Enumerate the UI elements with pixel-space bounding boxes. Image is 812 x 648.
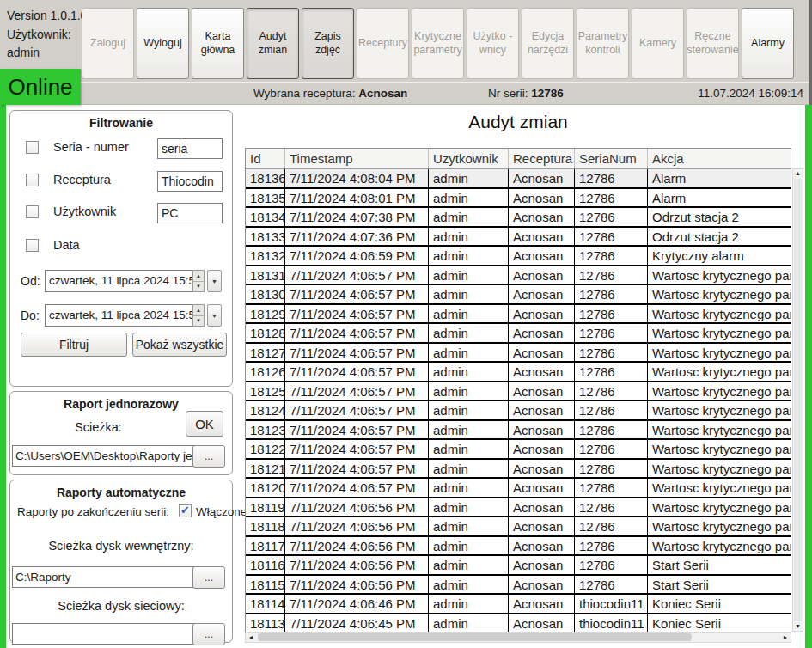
toolbar-button-0[interactable]: Zaloguj (82, 8, 134, 79)
date-from-picker[interactable]: czwartek, 11 lipca 2024 15:58:28 (45, 270, 223, 292)
toolbar-button-4[interactable]: Zapis zdjęć (302, 8, 354, 79)
version-block: Version 1.0.1.0 Użytkownik: admin (7, 7, 87, 63)
toolbar-button-5[interactable]: Receptury (357, 8, 409, 79)
horizontal-scrollbar-thumb[interactable] (258, 633, 692, 641)
network-path-input[interactable] (12, 623, 198, 645)
date-from-value[interactable]: czwartek, 11 lipca 2024 15:58:28 (45, 270, 192, 292)
filter-input-0[interactable]: seria (157, 138, 223, 159)
table-row[interactable]: 181367/11/2024 4:08:04 PMadminAcnosan127… (246, 169, 791, 189)
table-cell: 12786 (575, 247, 648, 265)
ok-button[interactable]: OK (186, 411, 223, 437)
single-report-path-input[interactable]: C:\Users\OEM\Desktop\Raporty je (12, 445, 198, 467)
table-cell: Wartosc krytycznego parametru (648, 460, 791, 478)
filter-checkbox-2[interactable] (26, 205, 39, 218)
table-row[interactable]: 181287/11/2024 4:06:57 PMadminAcnosan127… (246, 324, 791, 344)
table-row[interactable]: 181267/11/2024 4:06:57 PMadminAcnosan127… (246, 363, 791, 382)
show-all-button[interactable]: Pokaż wszystkie (132, 333, 227, 357)
auto-reports-enabled-checkbox[interactable] (179, 504, 192, 517)
toolbar-button-8[interactable]: Edycja narzędzi (522, 8, 574, 79)
table-cell: Wartosc krytycznego parametru (648, 517, 791, 535)
filter-button[interactable]: Filtruj (21, 333, 127, 357)
table-cell: 18128 (246, 324, 285, 342)
table-cell: 18113 (246, 614, 285, 633)
scroll-up-icon[interactable] (795, 169, 801, 178)
table-cell: admin (429, 498, 509, 517)
network-path-browse-button[interactable]: ... (192, 623, 225, 645)
column-header-id[interactable]: Id (246, 149, 285, 168)
spin-up-icon[interactable] (193, 305, 204, 316)
table-row[interactable]: 181237/11/2024 4:06:57 PMadminAcnosan127… (246, 421, 791, 441)
date-to-spinner[interactable] (192, 304, 205, 327)
toolbar-button-9[interactable]: Parametry kontroli (577, 8, 629, 79)
internal-path-browse-button[interactable]: ... (192, 566, 225, 589)
table-row[interactable]: 181137/11/2024 4:06:45 PMadminAcnosanthi… (246, 614, 791, 633)
table-cell: Odrzut stacja 2 (648, 228, 791, 246)
table-row[interactable]: 181147/11/2024 4:06:46 PMadminAcnosanthi… (246, 595, 791, 614)
table-row[interactable]: 181217/11/2024 4:06:57 PMadminAcnosan127… (246, 460, 791, 480)
table-row[interactable]: 181197/11/2024 4:06:56 PMadminAcnosan127… (246, 498, 791, 518)
vertical-scrollbar-thumb[interactable] (794, 179, 802, 621)
table-row[interactable]: 181317/11/2024 4:06:57 PMadminAcnosan127… (246, 266, 791, 286)
table-cell: Wartosc krytycznego parametru (648, 401, 791, 419)
date-to-value[interactable]: czwartek, 11 lipca 2024 15:58:28 (45, 304, 192, 327)
table-row[interactable]: 181167/11/2024 4:06:56 PMadminAcnosan127… (246, 556, 791, 576)
table-row[interactable]: 181247/11/2024 4:06:57 PMadminAcnosan127… (246, 401, 791, 421)
table-cell: 12786 (575, 537, 648, 555)
table-row[interactable]: 181177/11/2024 4:06:56 PMadminAcnosan127… (246, 537, 791, 557)
filter-checkbox-1[interactable] (26, 174, 39, 186)
table-row[interactable]: 181277/11/2024 4:06:57 PMadminAcnosan127… (246, 344, 791, 364)
table-row[interactable]: 181257/11/2024 4:06:57 PMadminAcnosan127… (246, 382, 791, 402)
internal-path-input[interactable]: C:\Raporty (12, 566, 198, 588)
table-row[interactable]: 181187/11/2024 4:06:56 PMadminAcnosan127… (246, 517, 791, 537)
table-row[interactable]: 181227/11/2024 4:06:57 PMadminAcnosan127… (246, 440, 791, 460)
table-cell: 12786 (575, 169, 648, 187)
filter-input-2[interactable]: PC (157, 203, 223, 223)
toolbar-button-10[interactable]: Kamery (632, 8, 684, 79)
toolbar-button-6[interactable]: Krytyczne parametry (412, 8, 464, 79)
toolbar-button-11[interactable]: Ręczne sterowanie (687, 8, 739, 79)
date-to-picker[interactable]: czwartek, 11 lipca 2024 15:58:28 (45, 304, 223, 327)
table-cell: Acnosan (509, 305, 575, 323)
toolbar-button-1[interactable]: Wyloguj (137, 8, 189, 79)
column-header-akcja[interactable]: Akcja (648, 149, 791, 168)
recipe-value: Acnosan (358, 87, 407, 100)
column-header-receptura[interactable]: Receptura (509, 149, 575, 168)
horizontal-scrollbar[interactable] (245, 632, 791, 643)
scroll-down-icon[interactable] (795, 622, 801, 631)
table-row[interactable]: 181357/11/2024 4:08:01 PMadminAcnosan127… (246, 189, 791, 209)
column-header-timestamp[interactable]: Timestamp (285, 149, 429, 168)
column-header-serianum[interactable]: SeriaNum (575, 149, 648, 168)
filter-input-1[interactable]: Thiocodin (157, 171, 223, 192)
scroll-right-icon[interactable] (780, 634, 791, 640)
toolbar-button-3[interactable]: Audyt zmian (247, 8, 299, 79)
table-cell: Wartosc krytycznego parametru (648, 305, 791, 323)
date-to-dropdown-icon[interactable] (207, 304, 222, 327)
date-from-spinner[interactable] (192, 270, 205, 292)
table-cell: 12786 (575, 517, 648, 535)
spin-up-icon[interactable] (193, 271, 204, 282)
table-row[interactable]: 181207/11/2024 4:06:57 PMadminAcnosan127… (246, 479, 791, 498)
column-header-uzytkownik[interactable]: Uzytkownik (429, 149, 509, 168)
filter-checkbox-3[interactable] (26, 239, 39, 252)
toolbar-button-12[interactable]: Alarmy (742, 8, 794, 79)
spin-down-icon[interactable] (193, 316, 204, 327)
spin-down-icon[interactable] (193, 282, 204, 292)
table-row[interactable]: 181157/11/2024 4:06:56 PMadminAcnosan127… (246, 576, 791, 596)
single-report-browse-button[interactable]: ... (192, 445, 225, 468)
filter-row: RecepturaThiocodin (10, 171, 232, 193)
date-from-dropdown-icon[interactable] (207, 270, 222, 292)
content-area: Filtrowanie Seria - numerseriaRecepturaT… (0, 105, 812, 648)
table-row[interactable]: 181307/11/2024 4:06:57 PMadminAcnosan127… (246, 285, 791, 305)
filter-checkbox-0[interactable] (26, 141, 39, 154)
scroll-left-icon[interactable] (246, 634, 256, 640)
table-row[interactable]: 181337/11/2024 4:07:36 PMadminAcnosan127… (246, 228, 791, 248)
table-cell: Acnosan (509, 324, 575, 342)
table-row[interactable]: 181297/11/2024 4:06:57 PMadminAcnosan127… (246, 305, 791, 325)
table-cell: Start Serii (648, 576, 791, 594)
table-row[interactable]: 181347/11/2024 4:07:38 PMadminAcnosan127… (246, 208, 791, 228)
vertical-scrollbar[interactable] (792, 168, 803, 632)
table-row[interactable]: 181327/11/2024 4:06:59 PMadminAcnosan127… (246, 247, 791, 266)
toolbar-button-2[interactable]: Karta główna (192, 8, 244, 79)
toolbar-button-7[interactable]: Użytko - wnicy (467, 8, 519, 79)
table-cell: 7/11/2024 4:06:57 PM (285, 363, 429, 381)
